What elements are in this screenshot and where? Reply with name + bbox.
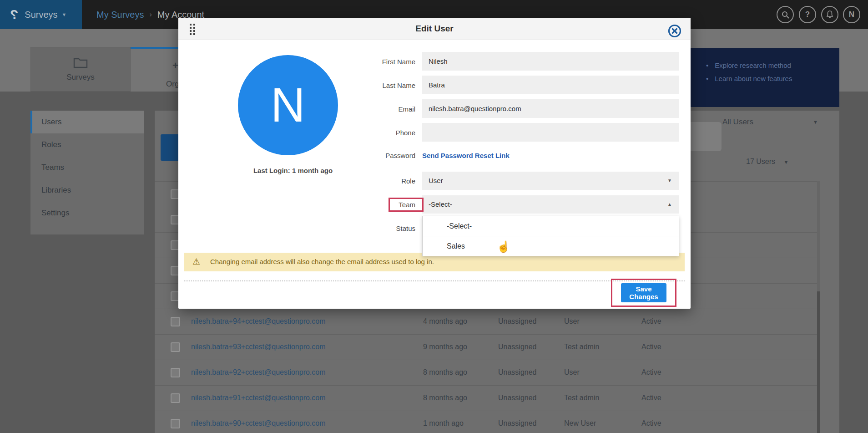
user-email-link[interactable]: nilesh.batra+90+cctest@questionpro.com — [191, 419, 326, 428]
warning-triangle-icon: ⚠ — [192, 256, 200, 267]
user-search-input[interactable] — [688, 122, 722, 151]
user-avatar-menu[interactable]: N — [843, 6, 860, 23]
last-name-field[interactable] — [422, 76, 679, 94]
table-row: nilesh.batra+94+cctest@questionpro.com 4… — [155, 309, 819, 334]
promo-bullet[interactable]: •Explore research method — [706, 61, 839, 69]
chevron-up-icon: ▲ — [667, 195, 672, 214]
bullet-icon: • — [706, 61, 708, 69]
team-cell: Unassigned — [498, 343, 537, 351]
breadcrumb-separator-icon: › — [149, 10, 151, 19]
row-checkbox[interactable] — [171, 368, 180, 377]
close-icon[interactable] — [668, 24, 681, 38]
user-count-dropdown[interactable]: 17 Users ▼ — [746, 158, 788, 166]
team-select[interactable]: -Select- ▲ — [422, 195, 679, 214]
send-password-reset-link[interactable]: Send Password Reset Link — [422, 152, 510, 159]
hand-cursor-icon: ☝ — [497, 240, 510, 253]
role-cell: Test admin — [564, 343, 599, 351]
breadcrumb-my-surveys[interactable]: My Surveys — [96, 10, 144, 20]
team-cell: Unassigned — [498, 317, 537, 326]
role-cell: User — [564, 368, 580, 377]
edit-user-modal: Edit User N Last Login: 1 month ago Firs… — [178, 18, 691, 309]
sidebar-item-settings[interactable]: Settings — [30, 202, 144, 224]
save-changes-button[interactable]: Save Changes — [621, 283, 666, 302]
sidebar-item-libraries[interactable]: Libraries — [30, 179, 144, 202]
user-email-link[interactable]: nilesh.batra+94+cctest@questionpro.com — [191, 317, 326, 326]
first-name-field[interactable] — [422, 52, 679, 71]
email-label: Email — [315, 105, 415, 113]
last-login-cell: 8 months ago — [423, 394, 467, 402]
footer-divider — [184, 280, 685, 281]
team-cell: Unassigned — [498, 419, 537, 428]
user-email-link[interactable]: nilesh.batra+91+cctest@questionpro.com — [191, 394, 326, 402]
sidebar-item-users[interactable]: Users — [30, 111, 144, 133]
password-label: Password — [315, 152, 415, 159]
status-cell: Active — [641, 368, 661, 377]
last-name-label: Last Name — [315, 82, 415, 89]
sidebar-item-teams[interactable]: Teams — [30, 156, 144, 179]
row-checkbox[interactable] — [171, 419, 180, 428]
questionpro-logo-icon: ? — [10, 7, 18, 22]
user-email-link[interactable]: nilesh.batra+92+cctest@questionpro.com — [191, 368, 326, 377]
status-cell: Active — [641, 343, 661, 351]
role-cell: Test admin — [564, 394, 599, 402]
role-label: Role — [315, 177, 415, 185]
help-icon[interactable]: ? — [799, 6, 816, 23]
status-label: Status — [315, 224, 415, 232]
row-checkbox[interactable] — [171, 317, 180, 326]
bullet-icon: • — [706, 75, 708, 82]
product-name[interactable]: Surveys — [25, 10, 57, 20]
table-row: nilesh.batra+90+cctest@questionpro.com 1… — [155, 411, 819, 433]
table-row: nilesh.batra+92+cctest@questionpro.com 8… — [155, 360, 819, 385]
user-filter-dropdown[interactable]: All Users ▼ — [722, 117, 818, 131]
modal-header: Edit User — [178, 18, 691, 40]
tab-surveys[interactable]: Surveys — [30, 47, 131, 92]
role-cell: New User — [564, 419, 596, 428]
table-scrollbar[interactable] — [817, 181, 820, 433]
user-filter-value: All Users — [722, 117, 753, 126]
status-cell: Active — [641, 317, 661, 326]
screen: ? Surveys ▼ My Surveys › My Account ? N … — [0, 0, 868, 433]
team-option-select[interactable]: -Select- — [423, 216, 679, 236]
organization-icon: + — [172, 60, 178, 71]
product-switcher[interactable]: ? Surveys ▼ — [0, 0, 82, 29]
first-name-label: First Name — [315, 58, 415, 66]
modal-title: Edit User — [178, 24, 691, 34]
last-login-cell: 1 month ago — [423, 419, 464, 428]
team-label-annotation-box — [389, 198, 424, 212]
phone-field[interactable] — [422, 123, 679, 142]
chevron-down-icon: ▼ — [667, 172, 672, 190]
status-cell: Active — [641, 419, 661, 428]
last-login-text: Last Login: 1 month ago — [225, 167, 361, 174]
chevron-down-icon: ▼ — [813, 119, 818, 125]
table-row: nilesh.batra+91+cctest@questionpro.com 8… — [155, 385, 819, 411]
search-icon[interactable] — [777, 6, 794, 23]
team-cell: Unassigned — [498, 394, 537, 402]
last-login-cell: 9 months ago — [423, 343, 467, 351]
table-row: nilesh.batra+93+cctest@questionpro.com 9… — [155, 334, 819, 360]
team-cell: Unassigned — [498, 368, 537, 377]
role-cell: User — [564, 317, 580, 326]
sidebar-item-roles[interactable]: Roles — [30, 133, 144, 156]
promo-bullet[interactable]: •Learn about new features — [706, 75, 839, 82]
chevron-down-icon: ▼ — [783, 159, 788, 165]
last-login-cell: 8 months ago — [423, 368, 467, 377]
notifications-bell-icon[interactable] — [821, 6, 838, 23]
warning-text: Changing email address will also change … — [210, 258, 434, 265]
user-email-link[interactable]: nilesh.batra+93+cctest@questionpro.com — [191, 343, 326, 351]
status-cell: Active — [641, 394, 661, 402]
team-dropdown-panel: -Select- Sales — [422, 216, 679, 256]
last-login-cell: 4 months ago — [423, 317, 467, 326]
whats-new-panel: •Explore research method •Learn about ne… — [691, 48, 839, 107]
account-sidebar: Users Roles Teams Libraries Settings — [30, 111, 144, 234]
user-count-label: 17 Users — [746, 158, 775, 165]
tab-surveys-label: Surveys — [66, 73, 94, 82]
chevron-down-icon: ▼ — [62, 12, 67, 17]
email-field[interactable] — [422, 99, 679, 118]
phone-label: Phone — [315, 129, 415, 137]
folder-icon — [73, 56, 88, 68]
row-checkbox[interactable] — [171, 393, 180, 403]
row-checkbox[interactable] — [171, 342, 180, 352]
scrollbar-thumb[interactable] — [817, 291, 820, 433]
role-select[interactable]: User ▼ — [422, 172, 679, 190]
team-option-sales[interactable]: Sales — [423, 236, 679, 256]
